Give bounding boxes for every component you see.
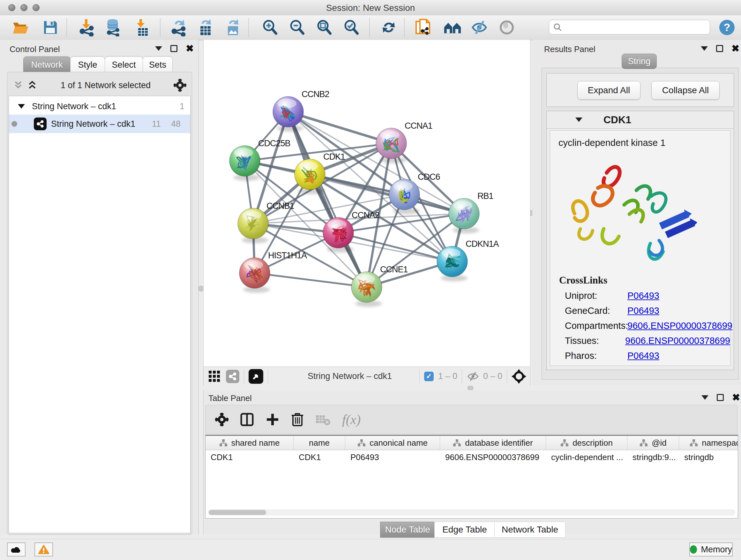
network-node-cdc25b[interactable]: CDC25B	[229, 138, 290, 181]
column-header-description[interactable]: description	[546, 436, 627, 450]
network-collection-label: String Network – cdk1	[32, 102, 116, 111]
import-table-file-button[interactable]	[133, 18, 151, 37]
tab-string[interactable]: String	[622, 54, 657, 69]
network-edge[interactable]	[288, 112, 391, 143]
tab-select[interactable]: Select	[105, 57, 143, 73]
maximize-panel-icon[interactable]	[171, 45, 178, 52]
string-results-group: Expand All Collapse All CDK1 cyclin-depe…	[542, 68, 739, 380]
collapse-all-chevron-icon[interactable]	[13, 80, 23, 90]
cloud-status-button[interactable]	[7, 543, 25, 557]
network-node-rb1[interactable]: RB1	[449, 191, 493, 233]
crosslink-genecard[interactable]: P06493	[627, 306, 659, 316]
search-input[interactable]	[562, 22, 700, 33]
section-expander-icon[interactable]	[576, 118, 583, 122]
network-node-ccnb2[interactable]: CCNB2	[273, 89, 329, 132]
collapse-all-button[interactable]: Collapse All	[651, 81, 720, 100]
network-collection-row[interactable]: String Network – cdk1 1	[9, 98, 190, 115]
column-header-name[interactable]: name	[293, 436, 345, 450]
tab-network[interactable]: Network	[23, 57, 71, 73]
tab-sets[interactable]: Sets	[143, 57, 173, 73]
close-panel-icon[interactable]: ✖	[186, 45, 194, 52]
table-row[interactable]: CDK1CDK1P064939606.ENSP00000378699cyclin…	[205, 450, 738, 464]
close-panel-icon[interactable]: ✖	[731, 45, 739, 52]
crosslink-tissues[interactable]: 9606.ENSP00000378699	[625, 335, 730, 346]
crosslink-compartments[interactable]: 9606.ENSP00000378699	[627, 320, 732, 331]
column-header-database-identifier[interactable]: database identifier	[440, 436, 546, 450]
float-panel-icon[interactable]	[155, 46, 162, 51]
open-session-button[interactable]	[12, 18, 30, 37]
toolbar-search-field[interactable]	[549, 20, 710, 35]
zoom-in-button[interactable]	[261, 18, 279, 37]
birdseye-view-icon[interactable]	[249, 369, 263, 384]
memory-button[interactable]: Memory	[689, 543, 733, 557]
expand-all-chevron-icon[interactable]	[27, 80, 38, 90]
table-cell[interactable]: P06493	[345, 452, 440, 462]
level-of-detail-button[interactable]	[498, 18, 516, 37]
network-node-cdkn1a[interactable]: CDKN1A	[437, 239, 499, 281]
hide-show-graphics-button[interactable]	[470, 18, 488, 37]
help-button[interactable]: ?	[718, 18, 736, 37]
network-edge[interactable]	[255, 273, 367, 287]
column-header-namespace[interactable]: namespace	[679, 436, 738, 450]
network-options-gear-icon[interactable]	[174, 79, 186, 91]
horizontal-scrollbar[interactable]	[208, 509, 735, 516]
warnings-button[interactable]	[35, 543, 53, 557]
network-node-hist1h1a[interactable]: HIST1H1A	[239, 251, 307, 293]
save-session-button[interactable]	[42, 18, 59, 37]
show-columns-icon[interactable]	[240, 413, 254, 427]
table-cell[interactable]: stringdb	[679, 452, 738, 462]
status-bar: Memory	[0, 539, 741, 560]
expand-all-button[interactable]: Expand All	[577, 81, 641, 100]
export-network-button[interactable]	[170, 18, 188, 37]
table-cell[interactable]: CDK1	[205, 452, 293, 462]
tab-network-table[interactable]: Network Table	[494, 522, 565, 538]
string-network-graph[interactable]: CCNB2CCNA1CDC25BCDK1CDC6RB1CCNB1CCNA2CDK…	[204, 40, 530, 367]
scrollbar-thumb[interactable]	[209, 510, 266, 515]
crosslink-pharos[interactable]: P06493	[627, 351, 659, 361]
import-network-database-button[interactable]	[104, 18, 122, 37]
zoom-selected-button[interactable]	[342, 18, 360, 37]
zoom-fit-button[interactable]	[315, 18, 333, 37]
table-cell[interactable]: cyclin-dependent ...	[546, 452, 627, 462]
cloud-icon	[11, 546, 22, 553]
crosslinks-title: CrossLinks	[559, 274, 730, 286]
column-header--id[interactable]: @id	[627, 436, 679, 450]
button-label: Collapse All	[662, 85, 709, 96]
zoom-out-button[interactable]	[288, 18, 306, 37]
tab-edge-table[interactable]: Edge Table	[434, 522, 495, 538]
fit-selected-crosshair-icon[interactable]	[512, 369, 526, 384]
selected-checkbox-icon[interactable]: ✓	[424, 372, 434, 381]
column-header-canonical-name[interactable]: canonical name	[345, 436, 440, 450]
tab-style[interactable]: Style	[70, 57, 105, 73]
maximize-panel-icon[interactable]	[717, 394, 724, 401]
refresh-network-button[interactable]	[380, 18, 398, 37]
network-row-selected[interactable]: String Network – cdk1 11 48	[9, 115, 190, 133]
table-options-gear-icon[interactable]	[215, 413, 228, 426]
close-panel-icon[interactable]: ✖	[732, 394, 740, 401]
export-table-button[interactable]	[197, 18, 215, 37]
first-neighbors-button[interactable]	[444, 18, 461, 37]
node-label: CDC25B	[258, 138, 290, 148]
network-edge[interactable]	[288, 112, 367, 287]
grid-view-icon[interactable]	[208, 370, 221, 383]
table-cell[interactable]: stringdb:9...	[627, 452, 679, 462]
tree-expander-icon[interactable]	[18, 104, 25, 109]
table-cell[interactable]: 9606.ENSP00000378699	[440, 452, 546, 462]
export-image-button[interactable]	[224, 18, 242, 37]
database-network-icon	[104, 18, 121, 37]
tab-node-table[interactable]: Node Table	[380, 522, 435, 538]
maximize-panel-icon[interactable]	[716, 45, 723, 52]
new-network-from-selection-button[interactable]	[414, 18, 432, 37]
add-column-icon[interactable]	[266, 413, 280, 427]
gene-section-header[interactable]: CDK1	[547, 111, 734, 129]
float-panel-icon[interactable]	[701, 46, 708, 51]
import-network-file-button[interactable]	[78, 18, 96, 37]
float-panel-icon[interactable]	[701, 395, 709, 400]
crosslink-uniprot[interactable]: P06493	[627, 291, 659, 301]
delete-column-trash-icon[interactable]	[291, 412, 304, 427]
column-header-shared-name[interactable]: shared name	[205, 436, 293, 450]
table-cell[interactable]: CDK1	[293, 452, 345, 462]
results-panel: Results Panel ✖ String Expand All Collap…	[532, 40, 741, 385]
network-canvas[interactable]: CCNB2CCNA1CDC25BCDK1CDC6RB1CCNB1CCNA2CDK…	[203, 40, 530, 367]
network-view-share-icon[interactable]	[226, 370, 239, 383]
